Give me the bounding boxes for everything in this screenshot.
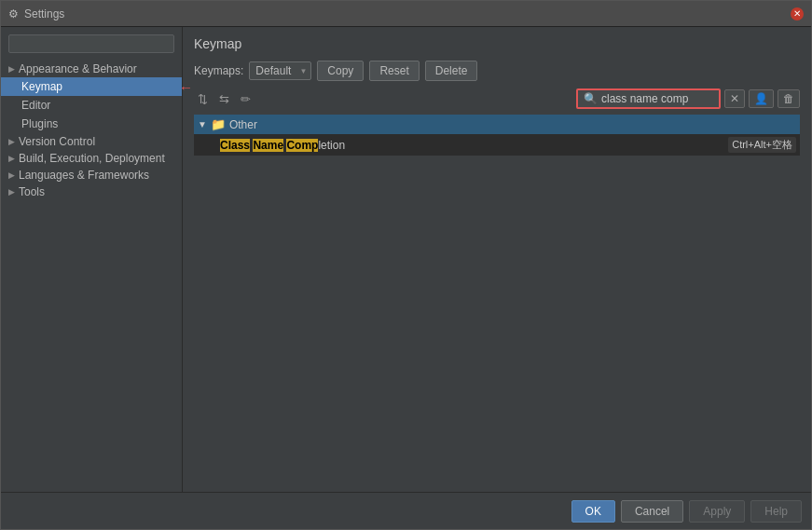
sidebar-item-keymap[interactable]: Keymap — [1, 77, 182, 96]
sidebar-item-label: Plugins — [21, 117, 58, 130]
keymap-select-wrapper: Default — [249, 61, 311, 80]
help-button[interactable]: Help — [750, 500, 802, 523]
sidebar-item-appearance[interactable]: ▶ Appearance & Behavior — [1, 61, 182, 77]
tree-group-label: Other — [229, 118, 257, 131]
apply-button[interactable]: Apply — [689, 500, 745, 523]
sidebar-item-editor[interactable]: Editor — [1, 96, 182, 115]
text-completion: letion — [318, 139, 345, 152]
panel-title: Keymap — [194, 36, 800, 51]
bottom-bar: OK Cancel Apply Help — [1, 492, 811, 529]
tree-item-shortcut: Ctrl+Alt+空格 — [728, 137, 796, 153]
sidebar-item-languages[interactable]: ▶ Languages & Frameworks — [1, 167, 182, 183]
tree-item[interactable]: Class Name Comp letion Ctrl+Alt+空格 — [194, 134, 800, 156]
sidebar-item-label: Keymap — [21, 80, 62, 93]
text-highlight-comp: Comp — [286, 139, 318, 152]
content-area: ▶ Appearance & Behavior Keymap ← Editor … — [1, 27, 811, 492]
search-area: 🔍 ✕ 👤 🗑 — [576, 88, 800, 109]
expand-arrow-icon: ▶ — [8, 64, 15, 74]
keymap-wrapper: Keymap ← — [1, 77, 182, 96]
red-arrow-annotation: ← — [179, 79, 193, 95]
copy-button[interactable]: Copy — [317, 61, 364, 81]
actions-toolbar: ⇅ ⇆ ✏ 🔍 ✕ 👤 🗑 — [194, 88, 800, 109]
actions-left: ⇅ ⇆ ✏ — [194, 90, 255, 108]
expand-arrow-icon: ▶ — [8, 154, 15, 163]
search-input[interactable] — [601, 92, 713, 105]
sidebar-item-version-control[interactable]: ▶ Version Control — [1, 133, 182, 150]
tree-expand-icon: ▼ — [198, 119, 207, 129]
keymap-select[interactable]: Default — [249, 61, 311, 80]
sidebar: ▶ Appearance & Behavior Keymap ← Editor … — [1, 27, 183, 492]
tree-group-other: ▼ 📁 Other Class Name Comp — [194, 115, 800, 156]
sidebar-item-label: Appearance & Behavior — [19, 62, 137, 75]
delete-button[interactable]: Delete — [425, 61, 478, 81]
expand-arrow-icon: ▶ — [8, 187, 15, 197]
text-highlight-class: Class — [220, 139, 250, 152]
title-bar: ⚙ Settings ✕ — [1, 1, 811, 27]
sidebar-search-wrapper — [1, 31, 182, 57]
sidebar-item-tools[interactable]: ▶ Tools — [1, 183, 182, 200]
sidebar-item-label: Build, Execution, Deployment — [19, 152, 165, 165]
title-bar-left: ⚙ Settings — [8, 7, 64, 20]
sidebar-item-label: Version Control — [19, 135, 95, 148]
tree-group-header[interactable]: ▼ 📁 Other — [194, 115, 800, 134]
tree-area: ▼ 📁 Other Class Name Comp — [194, 115, 800, 482]
expand-arrow-icon: ▶ — [8, 137, 15, 146]
sidebar-item-label: Editor — [21, 99, 50, 112]
cancel-button[interactable]: Cancel — [621, 500, 683, 523]
expand-all-button[interactable]: ⇅ — [194, 90, 212, 108]
text-highlight-name: Name — [253, 139, 283, 152]
reset-button[interactable]: Reset — [369, 61, 419, 81]
sidebar-item-build-execution[interactable]: ▶ Build, Execution, Deployment — [1, 150, 182, 167]
main-panel: Keymap Keymaps: Default Copy Reset Delet… — [183, 27, 811, 492]
window-title: Settings — [24, 7, 64, 20]
sidebar-item-label: Languages & Frameworks — [19, 169, 149, 182]
expand-arrow-icon: ▶ — [8, 170, 15, 180]
folder-icon: 📁 — [211, 117, 226, 131]
search-box: 🔍 — [576, 88, 721, 109]
ok-button[interactable]: OK — [571, 500, 615, 523]
sidebar-item-label: Tools — [19, 185, 45, 198]
close-button[interactable]: ✕ — [791, 7, 804, 20]
edit-button[interactable]: ✏ — [237, 90, 255, 108]
search-clear-button[interactable]: ✕ — [724, 89, 745, 108]
settings-window: ⚙ Settings ✕ ▶ Appearance & Behavior Key… — [0, 0, 812, 530]
keymaps-label: Keymaps: — [194, 64, 243, 77]
search-trash-button[interactable]: 🗑 — [778, 89, 800, 108]
search-filter-button[interactable]: 👤 — [749, 89, 774, 108]
search-icon: 🔍 — [584, 92, 598, 105]
sidebar-item-plugins[interactable]: Plugins — [1, 115, 182, 133]
collapse-all-button[interactable]: ⇆ — [215, 90, 233, 108]
keymap-toolbar: Keymaps: Default Copy Reset Delete — [194, 61, 800, 81]
settings-icon: ⚙ — [8, 7, 19, 20]
sidebar-search-input[interactable] — [8, 34, 174, 53]
tree-item-name: Class Name Comp letion — [220, 139, 345, 152]
